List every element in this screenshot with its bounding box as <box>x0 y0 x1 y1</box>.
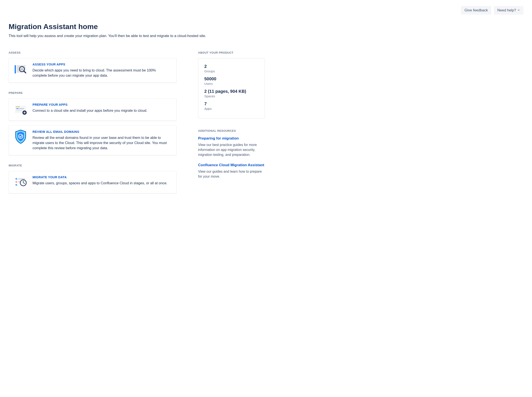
stat-value: 2 (11 pages, 904 KB) <box>204 89 259 94</box>
card-migrate-your-data[interactable]: MIGRATE YOUR DATA Migrate users, groups,… <box>9 171 177 193</box>
stat-label: Apps <box>204 107 259 111</box>
card-title: MIGRATE YOUR DATA <box>32 175 167 179</box>
need-help-label: Need help? <box>497 8 516 12</box>
assess-apps-icon: 011 <box>14 63 27 76</box>
section-label-migrate: MIGRATE <box>9 164 177 167</box>
stat-value: 50000 <box>204 76 259 81</box>
svg-point-8 <box>19 106 19 107</box>
section-label-assess: ASSESS <box>9 51 177 54</box>
chevron-down-icon <box>517 9 520 12</box>
resource-desc: View our guides and learn how to prepare… <box>198 169 265 179</box>
resources-label: ADDITIONAL RESOURCES <box>198 129 265 132</box>
svg-rect-0 <box>15 65 16 73</box>
svg-rect-9 <box>16 108 19 109</box>
need-help-button[interactable]: Need help? <box>494 6 523 15</box>
stat-users: 50000 Users <box>204 76 259 86</box>
card-prepare-your-apps[interactable]: PREPARE YOUR APPS Connect to a cloud sit… <box>9 98 177 121</box>
svg-rect-11 <box>16 110 22 111</box>
about-label: ABOUT YOUR PRODUCT <box>198 51 265 54</box>
card-title: ASSESS YOUR APPS <box>32 63 171 66</box>
stat-label: Users <box>204 82 259 86</box>
top-actions: Give feedback Need help? <box>9 6 523 15</box>
card-review-email-domains[interactable]: REVIEW ALL EMAIL DOMAINS Review all the … <box>9 125 177 155</box>
section-prepare: PREPARE <box>9 91 177 155</box>
about-product-box: 2 Groups 50000 Users 2 (11 pages, 904 KB… <box>198 58 265 118</box>
card-desc: Migrate users, groups, spaces and apps t… <box>32 181 167 186</box>
stat-label: Groups <box>204 69 259 73</box>
stat-value: 7 <box>204 101 259 106</box>
svg-text:011: 011 <box>20 68 24 70</box>
card-assess-your-apps[interactable]: 011 ASSESS YOUR APPS Decide which apps y… <box>9 58 177 83</box>
svg-point-6 <box>16 106 17 107</box>
card-desc: Decide which apps you need to bring to c… <box>32 68 171 78</box>
page-subtitle: This tool will help you assess and creat… <box>9 34 523 38</box>
section-assess: ASSESS 011 ASSESS YOUR APPS Decide which… <box>9 51 177 83</box>
prepare-apps-icon <box>14 103 27 116</box>
stat-apps: 7 Apps <box>204 101 259 111</box>
card-title: REVIEW ALL EMAIL DOMAINS <box>32 130 171 133</box>
stat-spaces: 2 (11 pages, 904 KB) Spaces <box>204 89 259 98</box>
stat-groups: 2 Groups <box>204 64 259 73</box>
migrate-data-icon <box>14 175 27 189</box>
page-title: Migration Assistant home <box>9 22 523 31</box>
stat-value: 2 <box>204 64 259 69</box>
give-feedback-label: Give feedback <box>464 8 488 12</box>
card-desc: Connect to a cloud site and install your… <box>32 108 147 113</box>
resource-link[interactable]: Preparing for migration <box>198 136 265 141</box>
resource-preparing-for-migration: Preparing for migration View our best pr… <box>198 136 265 157</box>
resource-confluence-cloud-migration-assistant: Confluence Cloud Migration Assistant Vie… <box>198 163 265 179</box>
svg-rect-10 <box>19 108 24 109</box>
svg-point-7 <box>17 106 18 107</box>
card-desc: Review all the email domains found in yo… <box>32 135 171 151</box>
resource-link[interactable]: Confluence Cloud Migration Assistant <box>198 163 265 167</box>
give-feedback-button[interactable]: Give feedback <box>461 6 491 15</box>
resource-desc: View our best practice guides for more i… <box>198 142 265 157</box>
card-title: PREPARE YOUR APPS <box>32 103 147 106</box>
section-migrate: MIGRATE <box>9 164 177 193</box>
stat-label: Spaces <box>204 94 259 98</box>
section-label-prepare: PREPARE <box>9 91 177 94</box>
shield-icon <box>14 130 27 143</box>
